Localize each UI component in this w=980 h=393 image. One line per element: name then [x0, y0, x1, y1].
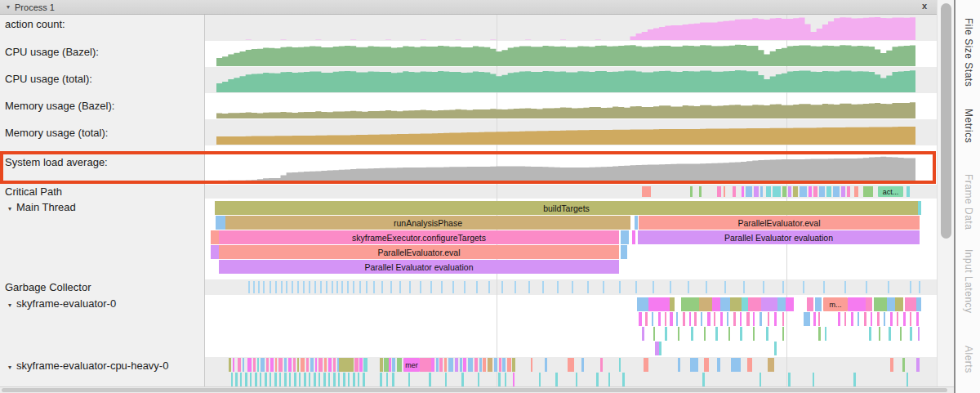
gc-event-tick[interactable] — [476, 281, 478, 293]
trace-event[interactable] — [819, 186, 825, 197]
trace-event[interactable] — [848, 297, 866, 311]
trace-event[interactable] — [653, 327, 655, 341]
trace-event[interactable] — [704, 327, 706, 341]
trace-event[interactable] — [309, 373, 310, 386]
trace-event[interactable] — [270, 358, 274, 372]
trace-event[interactable] — [255, 373, 257, 386]
trace-event[interactable] — [231, 373, 233, 386]
trace-event[interactable]: Parallel Evaluator evaluation — [219, 260, 619, 274]
trace-event[interactable] — [800, 186, 807, 197]
gc-event-tick[interactable] — [782, 281, 784, 293]
trace-event[interactable] — [724, 186, 725, 197]
trace-event[interactable] — [902, 358, 905, 372]
trace-event[interactable] — [306, 358, 309, 372]
trace-event[interactable] — [788, 373, 791, 386]
gc-event-tick[interactable] — [653, 281, 654, 293]
trace-event[interactable] — [841, 186, 845, 197]
trace-event[interactable] — [301, 358, 305, 372]
gc-event-tick[interactable] — [341, 281, 343, 293]
trace-event[interactable] — [621, 230, 629, 244]
gc-event-tick[interactable] — [409, 281, 411, 293]
trace-event[interactable] — [786, 297, 794, 311]
trace-event[interactable] — [310, 358, 314, 372]
trace-event[interactable] — [639, 312, 642, 326]
trace-event[interactable] — [444, 358, 447, 372]
trace-event[interactable] — [211, 245, 219, 259]
trace-event[interactable] — [777, 297, 786, 311]
trace-event[interactable] — [864, 312, 866, 326]
gc-event-tick[interactable] — [390, 281, 392, 293]
trace-event[interactable] — [642, 327, 644, 341]
trace-event[interactable] — [389, 358, 391, 372]
trace-event[interactable] — [746, 186, 752, 197]
trace-event[interactable] — [733, 186, 736, 197]
trace-event[interactable] — [498, 373, 501, 386]
trace-event[interactable] — [858, 312, 859, 326]
trace-event[interactable] — [380, 373, 382, 386]
trace-event[interactable] — [318, 373, 320, 386]
expander-triangle-icon[interactable]: ▾ — [8, 301, 11, 309]
gc-event-tick[interactable] — [336, 281, 338, 293]
trace-event[interactable] — [818, 327, 821, 341]
trace-event[interactable] — [665, 312, 666, 326]
trace-event[interactable] — [323, 373, 326, 386]
trace-event[interactable] — [877, 312, 880, 326]
trace-event[interactable] — [343, 373, 345, 386]
trace-event[interactable] — [483, 358, 486, 372]
trace-event[interactable] — [478, 373, 479, 386]
trace-event[interactable] — [760, 186, 763, 197]
trace-event[interactable] — [916, 312, 919, 326]
trace-event[interactable] — [747, 358, 752, 372]
trace-event[interactable] — [600, 358, 603, 372]
trace-event[interactable] — [702, 373, 705, 386]
trace-event[interactable] — [494, 358, 497, 372]
gc-event-tick[interactable] — [332, 281, 333, 293]
trace-event[interactable] — [328, 373, 330, 386]
trace-event[interactable] — [439, 358, 443, 372]
trace-event[interactable] — [429, 373, 431, 386]
gc-event-tick[interactable] — [866, 281, 867, 293]
trace-event[interactable] — [299, 373, 301, 386]
trace-event[interactable] — [863, 186, 873, 197]
trace-event[interactable] — [318, 358, 323, 372]
gc-event-tick[interactable] — [366, 281, 368, 293]
gc-event-tick[interactable] — [399, 281, 401, 293]
trace-event[interactable] — [793, 186, 798, 197]
trace-event[interactable] — [731, 358, 741, 372]
trace-event[interactable] — [900, 327, 902, 341]
trace-event[interactable] — [448, 358, 453, 372]
trace-event[interactable] — [742, 297, 748, 311]
trace-event[interactable] — [257, 358, 259, 372]
trace-event[interactable] — [253, 358, 256, 372]
trace-event[interactable] — [874, 297, 887, 311]
trace-event[interactable] — [760, 312, 762, 326]
gc-event-tick[interactable] — [303, 281, 305, 293]
trace-event[interactable] — [431, 358, 434, 372]
trace-event[interactable] — [678, 358, 680, 372]
gc-event-tick[interactable] — [258, 281, 260, 293]
trace-event[interactable] — [887, 297, 895, 311]
gc-event-tick[interactable] — [309, 281, 310, 293]
trace-event[interactable] — [714, 312, 715, 326]
trace-event[interactable] — [818, 312, 820, 326]
trace-event[interactable] — [676, 312, 678, 326]
trace-event[interactable] — [294, 373, 296, 386]
trace-event[interactable] — [782, 327, 784, 341]
trace-event[interactable] — [250, 373, 252, 386]
trace-event[interactable] — [652, 312, 653, 326]
trace-event[interactable] — [235, 373, 238, 386]
trace-event[interactable] — [648, 297, 670, 311]
trace-event[interactable] — [890, 358, 893, 372]
expander-triangle-icon[interactable]: ▾ — [8, 364, 11, 371]
trace-event[interactable] — [386, 373, 388, 386]
trace-event[interactable] — [853, 373, 856, 386]
trace-event[interactable] — [715, 327, 718, 341]
trace-event[interactable] — [742, 186, 744, 197]
trace-event[interactable] — [918, 327, 920, 341]
trace-event[interactable] — [916, 297, 921, 311]
trace-event[interactable] — [463, 358, 466, 372]
gc-event-tick[interactable] — [286, 281, 287, 293]
trace-event[interactable] — [436, 358, 439, 372]
trace-event[interactable] — [216, 216, 225, 230]
trace-event[interactable] — [871, 312, 872, 326]
